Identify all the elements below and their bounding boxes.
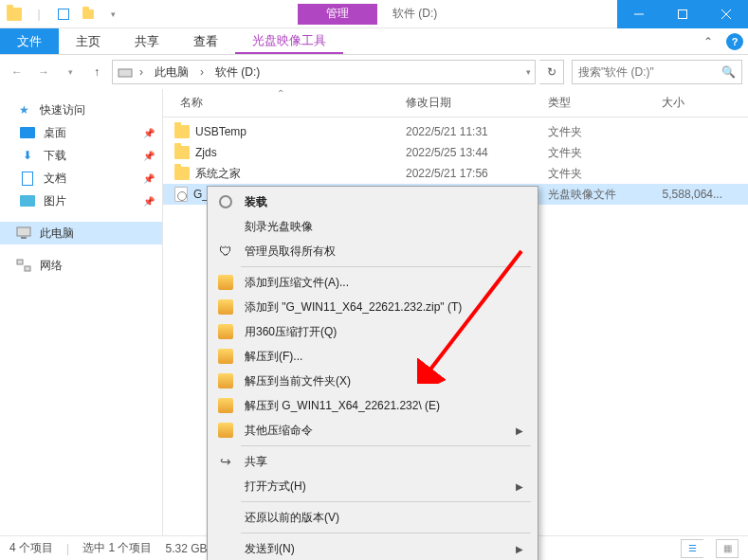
recent-dropdown-icon[interactable]: ▾ [59,61,82,83]
view-details-button[interactable]: ☰ [681,539,703,558]
breadcrumb-this-pc[interactable]: 此电脑 [149,61,194,83]
tab-home[interactable]: 主页 [59,28,118,54]
cm-other-compress[interactable]: 其他压缩命令▶ [210,418,535,443]
folder-icon [174,125,190,138]
up-button[interactable]: ↑ [85,61,108,83]
cm-extract-named[interactable]: 解压到 G_WIN11_X64_22621.232\ (E) [210,393,535,418]
tab-disc-tools[interactable]: 光盘映像工具 [235,28,343,54]
file-name: Zjds [195,146,217,159]
chevron-right-icon: ▶ [516,425,523,436]
nav-documents[interactable]: 文档 📌 [0,167,162,190]
window-title: 软件 (D:) [377,6,452,22]
cm-mount[interactable]: 装载 [210,190,535,214]
folder-icon [174,167,190,180]
title-bar: | ▾ 管理 软件 (D:) [0,0,748,28]
nav-label: 桌面 [44,125,66,141]
file-date: 2022/5/21 11:31 [398,125,540,138]
nav-this-pc[interactable]: 此电脑 [0,222,162,244]
archive-icon [214,421,237,440]
col-size[interactable]: 大小 [654,89,730,117]
cm-admin[interactable]: 🛡管理员取得所有权 [210,239,535,263]
maximize-button[interactable] [661,0,704,28]
cm-extract-here[interactable]: 解压到当前文件夹(X) [210,369,535,393]
cm-open-360[interactable]: 用360压缩打开(Q) [210,319,535,344]
minimize-button[interactable] [617,0,661,28]
ribbon-collapse-icon[interactable]: ⌃ [695,28,721,54]
download-icon: ⬇ [19,147,36,164]
computer-icon [15,225,32,242]
pin-icon: 📌 [143,173,155,184]
back-button[interactable]: ← [6,61,28,83]
tab-view[interactable]: 查看 [176,28,235,54]
close-button[interactable] [704,0,748,28]
file-name: 系统之家 [195,166,241,182]
search-icon[interactable]: 🔍 [721,65,736,79]
cm-restore[interactable]: 还原以前的版本(V) [210,505,535,530]
file-type: 文件夹 [540,166,654,182]
file-type: 光盘映像文件 [540,187,654,203]
column-headers: ⌃ 名称 修改日期 类型 大小 [163,89,748,117]
nav-quick-access[interactable]: ★ 快速访问 [0,99,162,121]
contextual-tab-label: 管理 [298,4,377,25]
archive-icon [214,396,237,415]
pin-icon: 📌 [143,128,155,138]
file-row[interactable]: USBTemp 2022/5/21 11:31 文件夹 [163,121,748,142]
address-dropdown-icon[interactable]: ▾ [526,67,531,77]
separator [241,533,531,533]
qat-app-icon[interactable] [4,4,25,25]
file-row[interactable]: Zjds 2022/5/25 13:44 文件夹 [163,142,748,163]
nav-pictures[interactable]: 图片 📌 [0,190,162,212]
nav-label: 下载 [44,148,66,164]
search-input[interactable] [578,65,721,79]
chevron-right-icon[interactable]: › [198,65,206,79]
separator [241,501,531,502]
cm-extract-to[interactable]: 解压到(F)... [210,344,535,369]
file-row[interactable]: 系统之家 2022/5/21 17:56 文件夹 [163,163,748,184]
cm-open-with[interactable]: 打开方式(H)▶ [210,474,535,498]
pin-icon: 📌 [143,151,155,161]
qat-item[interactable] [53,4,74,25]
tab-share[interactable]: 共享 [118,28,176,54]
breadcrumb-drive[interactable]: 软件 (D:) [210,61,265,83]
file-date: 2022/5/21 17:56 [398,167,540,180]
search-box[interactable]: 🔍 [572,60,742,84]
cm-send-to[interactable]: 发送到(N)▶ [210,536,535,560]
cm-add-archive[interactable]: 添加到压缩文件(A)... [210,270,535,295]
col-date[interactable]: 修改日期 [398,89,540,117]
svg-rect-5 [17,227,30,236]
cm-add-zip[interactable]: 添加到 "G_WIN11_X64_22621.232.zip" (T) [210,295,535,319]
svg-rect-1 [679,9,687,18]
network-icon [15,257,32,274]
file-tab[interactable]: 文件 [0,28,59,54]
navigation-pane: ★ 快速访问 桌面 📌 ⬇ 下载 📌 文档 📌 图片 📌 此电脑 [0,89,163,535]
qat-separator: | [28,4,49,25]
refresh-button[interactable]: ↻ [539,60,564,84]
folder-icon [174,146,190,159]
document-icon [19,170,36,187]
share-icon: ↪ [214,452,237,471]
help-button[interactable]: ? [721,28,748,55]
archive-icon [214,298,237,316]
qat-item[interactable] [78,4,99,25]
col-type[interactable]: 类型 [540,89,654,117]
cm-burn[interactable]: 刻录光盘映像 [210,214,535,239]
nav-downloads[interactable]: ⬇ 下载 📌 [0,144,162,167]
drive-icon [117,63,134,81]
forward-button[interactable]: → [32,61,55,83]
address-bar[interactable]: › 此电脑 › 软件 (D:) ▾ [112,60,536,84]
nav-label: 文档 [44,171,66,187]
pin-icon: 📌 [143,196,155,207]
file-date: 2022/5/25 13:44 [398,146,540,159]
archive-icon [214,273,237,292]
svg-rect-8 [25,266,30,271]
file-type: 文件夹 [540,124,654,140]
status-size: 5.32 GB [165,542,207,555]
chevron-right-icon[interactable]: › [137,65,145,79]
nav-desktop[interactable]: 桌面 📌 [0,121,162,144]
nav-network[interactable]: 网络 [0,254,162,277]
view-icons-button[interactable]: ▦ [716,539,739,558]
qat-dropdown-icon[interactable]: ▾ [102,4,123,25]
file-name: USBTemp [195,125,246,138]
desktop-icon [19,124,36,141]
cm-share[interactable]: ↪共享 [210,449,535,474]
